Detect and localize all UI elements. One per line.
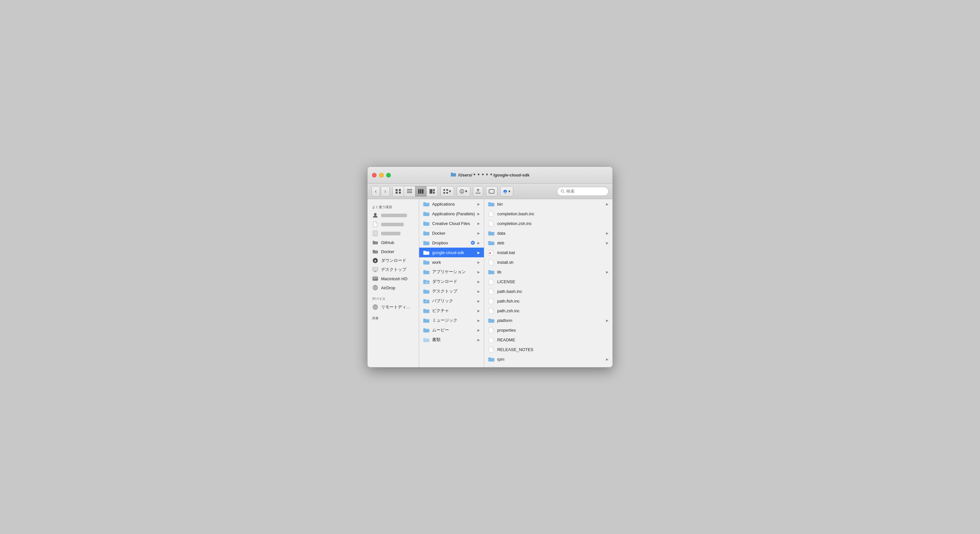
sidebar-item-blurred2[interactable] xyxy=(368,220,419,229)
action-button[interactable]: ▾ xyxy=(457,186,470,197)
svg-point-39 xyxy=(425,281,426,282)
sidebar-item-downloads[interactable]: ダウンロード xyxy=(368,256,419,265)
list-item[interactable]: パブリック ▶ xyxy=(419,296,484,306)
list-item[interactable]: completion.zsh.inc xyxy=(484,219,612,228)
list-item[interactable]: google-cloud-sdk ▶ xyxy=(419,248,484,257)
view-preview-button[interactable] xyxy=(426,186,438,197)
list-item[interactable]: ダウンロード ▶ xyxy=(419,277,484,286)
list-item[interactable]: アプリケーション ▶ xyxy=(419,267,484,277)
file-icon xyxy=(488,366,495,367)
svg-rect-20 xyxy=(489,189,494,193)
sidebar-item-macintosh-label: Macintosh HD xyxy=(381,277,414,281)
sync-status xyxy=(471,241,475,245)
svg-point-24 xyxy=(374,213,377,216)
search-icon xyxy=(560,189,565,193)
list-item[interactable]: lib ▶ xyxy=(484,267,612,277)
chevron-icon: ▶ xyxy=(477,338,480,342)
svg-point-35 xyxy=(375,288,376,288)
docker-sidebar-icon xyxy=(372,248,379,255)
dropbox-button[interactable]: ▾ xyxy=(500,186,513,197)
list-item[interactable]: properties xyxy=(484,325,612,335)
remote-icon xyxy=(372,304,379,310)
list-item[interactable]: rpm ▶ xyxy=(484,354,612,364)
sidebar-item-github-label: GitHub xyxy=(381,240,414,245)
sidebar-item-macintosh[interactable]: Macintosh HD xyxy=(368,274,419,283)
sidebar-item-docker-label: Docker xyxy=(381,249,414,254)
list-item[interactable]: ミュージック ▶ xyxy=(419,315,484,325)
share-button[interactable] xyxy=(473,186,483,197)
folder-special-icon xyxy=(423,201,430,207)
file-name: data xyxy=(497,231,603,236)
svg-rect-40 xyxy=(490,253,491,254)
folder-icon xyxy=(488,240,495,246)
list-item[interactable]: デスクトップ ▶ xyxy=(419,286,484,296)
file-name: google-cloud-sdk xyxy=(432,250,475,255)
chevron-icon: ▶ xyxy=(477,212,480,216)
file-icon xyxy=(488,220,495,227)
search-box[interactable] xyxy=(557,187,609,196)
chevron-icon: ▶ xyxy=(477,270,480,274)
svg-rect-1 xyxy=(399,189,401,191)
file-icon xyxy=(488,307,495,314)
list-item[interactable]: path.fish.inc xyxy=(484,296,612,306)
view-column-button[interactable] xyxy=(415,186,426,197)
list-item[interactable]: Creative Cloud Files ▶ xyxy=(419,219,484,228)
list-item[interactable]: ピクチャ ▶ xyxy=(419,306,484,315)
list-item[interactable]: bin ▶ xyxy=(484,199,612,209)
file-name: bin xyxy=(497,202,603,207)
list-item[interactable]: Docker ▶ xyxy=(419,228,484,238)
file-icon xyxy=(488,327,495,333)
svg-rect-19 xyxy=(461,191,462,193)
sidebar-item-docker[interactable]: Docker xyxy=(368,247,419,256)
view-icon-button[interactable] xyxy=(393,186,404,197)
github-icon xyxy=(372,239,379,246)
chevron-icon: ▶ xyxy=(477,261,480,264)
minimize-button[interactable] xyxy=(379,173,383,178)
sidebar-item-airdrop[interactable]: AirDrop xyxy=(368,283,419,292)
list-item[interactable]: 書類 ▶ xyxy=(419,335,484,345)
list-item[interactable]: platform ▶ xyxy=(484,315,612,325)
document-icon2 xyxy=(372,230,379,237)
back-button[interactable]: ‹ xyxy=(371,186,380,197)
list-item[interactable]: path.zsh.inc xyxy=(484,306,612,315)
forward-button[interactable]: › xyxy=(381,186,390,197)
list-item[interactable]: Applications ▶ xyxy=(419,199,484,209)
list-item[interactable]: Applications (Parallels) ▶ xyxy=(419,209,484,219)
list-item[interactable]: ムービー ▶ xyxy=(419,325,484,335)
sidebar-item-github[interactable]: GitHub xyxy=(368,238,419,247)
folder-icon xyxy=(488,317,495,324)
toolbar: ‹ › xyxy=(368,184,612,199)
search-input[interactable] xyxy=(566,189,605,194)
file-name: Dropbox xyxy=(432,240,468,245)
list-item[interactable]: data ▶ xyxy=(484,228,612,238)
svg-point-38 xyxy=(375,307,376,308)
svg-rect-0 xyxy=(396,189,398,191)
list-item[interactable]: LICENSE xyxy=(484,277,612,286)
file-icon xyxy=(488,288,495,294)
list-item[interactable]: install.sh xyxy=(484,257,612,267)
list-item[interactable]: work ▶ xyxy=(419,257,484,267)
close-button[interactable] xyxy=(372,173,377,178)
list-item[interactable]: path.bash.inc xyxy=(484,286,612,296)
list-item[interactable]: install.bat xyxy=(484,248,612,257)
list-item[interactable]: deb ▶ xyxy=(484,238,612,248)
view-list-button[interactable] xyxy=(404,186,415,197)
sidebar-item-blurred1[interactable] xyxy=(368,211,419,220)
arrange-button[interactable]: ▾ xyxy=(441,186,454,197)
folder-special-icon xyxy=(423,317,430,324)
list-item[interactable]: README xyxy=(484,335,612,345)
list-item[interactable]: Dropbox ▶ xyxy=(419,238,484,248)
tag-button[interactable] xyxy=(486,186,498,197)
sidebar-item-remote[interactable]: リモートディ… xyxy=(368,302,419,312)
list-item[interactable]: completion.bash.inc xyxy=(484,209,612,219)
maximize-button[interactable] xyxy=(386,173,391,178)
sidebar-item-desktop[interactable]: デスクトップ xyxy=(368,265,419,274)
file-icon xyxy=(488,298,495,304)
file-name: ピクチャ xyxy=(432,308,475,313)
list-item[interactable]: RELEASE_NOTES xyxy=(484,345,612,354)
chevron-icon: ▶ xyxy=(606,241,609,245)
file-icon xyxy=(488,259,495,265)
svg-rect-2 xyxy=(396,192,398,194)
list-item[interactable]: VERSION xyxy=(484,364,612,367)
sidebar-item-blurred3[interactable] xyxy=(368,229,419,238)
